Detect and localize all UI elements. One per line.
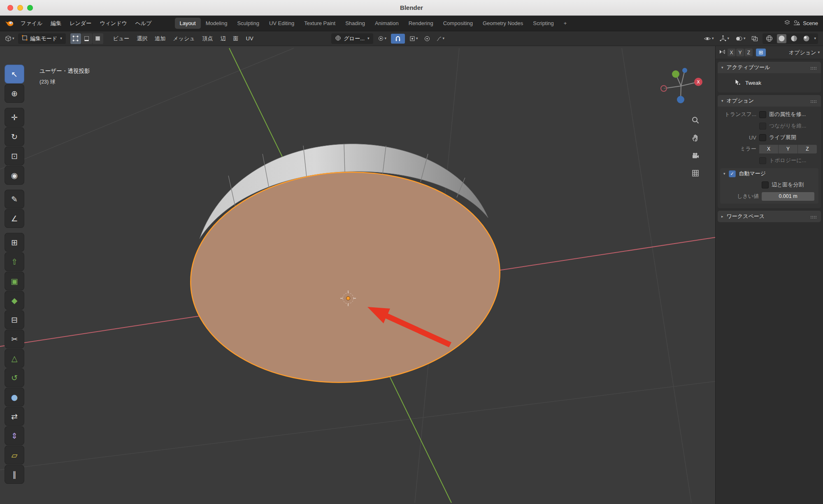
workspace-tab[interactable]: Geometry Nodes [478,18,528,29]
menubar-menu[interactable]: レンダー [65,18,95,29]
cursor-tool[interactable]: ⊕ [5,84,24,102]
mode-dropdown[interactable]: 編集モード ▾ [18,33,66,44]
header-menu[interactable]: 選択 [133,33,151,44]
minimize-window-button[interactable] [17,5,23,11]
snap-toggle[interactable] [391,34,405,44]
menubar-menu[interactable]: 編集 [46,18,65,29]
shading-wireframe-button[interactable] [765,34,774,43]
panel-header-options[interactable]: ▾ オプション [718,95,821,107]
pivot-point-dropdown[interactable]: ▾ [376,33,388,44]
panel-grip-icon[interactable] [811,67,811,68]
panel-header-workspace[interactable]: ▸ ワークスペース [718,211,821,222]
shear-tool[interactable]: ▱ [5,446,24,464]
annotate-tool[interactable]: ✎ [5,190,24,208]
knife-tool[interactable]: ✂ [5,330,24,348]
header-menu[interactable]: 辺 [217,33,230,44]
correct-face-attributes-checkbox[interactable] [759,111,766,118]
navigation-gizmo[interactable]: X [655,64,709,109]
workspace-tab[interactable]: Rendering [404,18,438,29]
active-tool-row[interactable]: Tweak [718,75,821,89]
workspace-tab[interactable]: Scripting [528,18,559,29]
overlays-dropdown[interactable]: ▾ [734,33,747,44]
header-menu[interactable]: UV [242,33,257,44]
extrude-region-tool[interactable]: ⇧ [5,253,24,271]
orientation-dropdown[interactable]: グロー... ▾ [331,33,373,44]
poly-build-tool[interactable]: △ [5,349,24,367]
orthographic-toggle-button[interactable] [690,167,701,179]
workspace-tab[interactable]: Sculpting [232,18,264,29]
menubar-menu[interactable]: ヘルプ [131,18,156,29]
workspace-tab[interactable]: Layout [175,18,201,29]
workspace-tab[interactable]: Compositing [438,18,478,29]
threshold-field[interactable]: 0.001 m [762,192,814,201]
proportional-editing-toggle[interactable] [423,33,432,44]
snap-base-toggle[interactable]: ⊞ [756,49,766,56]
zoom-window-button[interactable] [27,5,33,11]
panel-grip-icon[interactable] [811,216,811,217]
automerge-checkbox[interactable]: ✓ [729,170,736,177]
header-menu[interactable]: 追加 [151,33,169,44]
xray-toggle[interactable] [750,33,760,44]
measure-tool[interactable]: ∠ [5,209,24,228]
live-unwrap-checkbox[interactable] [759,134,766,141]
workspace-tab[interactable]: Animation [370,18,404,29]
close-window-button[interactable] [7,5,13,11]
workspace-tab[interactable]: UV Editing [264,18,299,29]
menubar-menu[interactable]: ウィンドウ [95,18,131,29]
header-menu[interactable]: メッシュ [169,33,198,44]
tool-options-dropdown[interactable]: オプション ▾ [789,49,820,56]
workspace-tab[interactable]: Shading [340,18,370,29]
topology-mirror-checkbox[interactable] [759,157,766,164]
panel-header-active-tool[interactable]: ▾ アクティブツール [718,62,821,73]
rotate-tool[interactable]: ↻ [5,128,24,146]
mirror-axis-mini-button[interactable]: Y [736,49,744,56]
gizmos-dropdown[interactable]: ▾ [718,33,731,44]
falloff-dropdown[interactable]: ▾ [435,33,446,44]
smooth-tool[interactable]: ● [5,388,24,406]
camera-view-button[interactable] [690,150,701,161]
snap-target-dropdown[interactable]: ▾ [408,33,420,44]
workspace-tab[interactable]: Texture Paint [299,18,340,29]
shading-solid-button[interactable] [777,34,786,43]
edge-slide-tool[interactable]: ⇄ [5,407,24,425]
tweak-tool[interactable]: ↖ [5,65,24,83]
workspace-tab[interactable]: Modeling [201,18,232,29]
workspace-tab[interactable]: + [559,18,572,29]
zoom-button[interactable] [690,114,701,126]
loop-cut-tool[interactable]: ⊟ [5,311,24,329]
mirror-axis-button[interactable]: Z [798,145,817,153]
keep-connected-checkbox[interactable] [759,123,766,130]
shrink-fatten-tool[interactable]: ⇕ [5,427,24,445]
mirror-axis-mini-button[interactable]: X [728,49,735,56]
rip-region-tool[interactable]: ∥ [5,465,24,483]
mirror-axis-button[interactable]: X [759,145,778,153]
face-select-button[interactable] [93,33,103,44]
panel-title: アクティブツール [727,64,770,71]
automerge-header[interactable]: ▾ ✓ 自動マージ [720,168,818,179]
edge-select-button[interactable] [81,33,92,44]
editor-type-dropdown[interactable]: ▾ [3,33,16,44]
panel-grip-icon[interactable] [811,100,811,101]
move-tool[interactable]: ✛ [5,108,24,126]
mirror-axis-mini-button[interactable]: Z [745,49,753,56]
scene-selector[interactable]: Scene [784,20,818,27]
menubar-menu[interactable]: ファイル [16,18,46,29]
shading-material-button[interactable] [789,34,799,43]
split-edges-faces-checkbox[interactable] [762,181,769,188]
header-menu[interactable]: ビュー [109,33,133,44]
header-menu[interactable]: 頂点 [199,33,217,44]
3d-viewport[interactable]: ユーザー・透視投影 (23) 球 ↖ ⊕ ✛ ↻ ⊡ ◉ [0,46,715,504]
spin-tool[interactable]: ↺ [5,369,24,387]
scale-tool[interactable]: ⊡ [5,147,24,165]
visibility-dropdown[interactable]: ▾ [702,33,716,44]
bevel-tool[interactable]: ◆ [5,291,24,309]
add-cube-tool[interactable]: ⊞ [5,233,24,251]
shading-rendered-button[interactable] [802,34,811,43]
vertex-select-button[interactable] [70,33,81,44]
pan-hand-button[interactable] [690,132,701,144]
blender-logo-icon[interactable] [5,20,14,27]
transform-tool[interactable]: ◉ [5,166,24,184]
header-menu[interactable]: 面 [230,33,242,44]
mirror-axis-button[interactable]: Y [779,145,797,153]
inset-faces-tool[interactable]: ▣ [5,272,24,290]
